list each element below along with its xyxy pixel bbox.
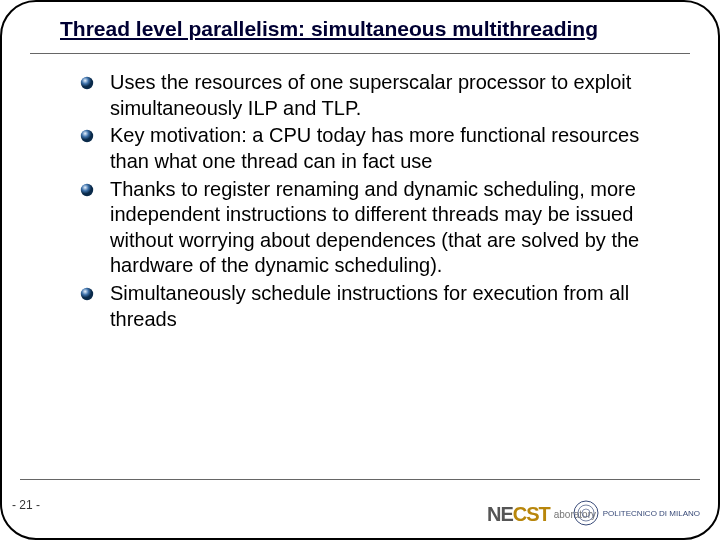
bullet-text: Thanks to register renaming and dynamic …: [110, 177, 666, 279]
svg-point-2: [81, 183, 93, 195]
polimi-label: POLITECNICO DI MILANO: [603, 509, 700, 518]
bullet-text: Key motivation: a CPU today has more fun…: [110, 123, 666, 174]
list-item: Uses the resources of one superscalar pr…: [80, 70, 666, 121]
svg-point-1: [81, 130, 93, 142]
bullet-text: Simultaneously schedule instructions for…: [110, 281, 666, 332]
svg-point-3: [81, 288, 93, 300]
necst-prefix: NE: [487, 503, 513, 525]
svg-point-6: [582, 509, 590, 517]
polimi-logo: POLITECNICO DI MILANO: [573, 500, 700, 526]
slide-title: Thread level parallelism: simultaneous m…: [60, 16, 660, 41]
bullet-text: Uses the resources of one superscalar pr…: [110, 70, 666, 121]
sphere-bullet-icon: [80, 287, 94, 301]
list-item: Thanks to register renaming and dynamic …: [80, 177, 666, 279]
svg-point-5: [578, 505, 594, 521]
list-item: Simultaneously schedule instructions for…: [80, 281, 666, 332]
polimi-seal-icon: [573, 500, 599, 526]
slide-frame: Thread level parallelism: simultaneous m…: [0, 0, 720, 540]
sphere-bullet-icon: [80, 129, 94, 143]
necst-suffix: CST: [513, 503, 550, 525]
svg-point-4: [574, 501, 598, 525]
list-item: Key motivation: a CPU today has more fun…: [80, 123, 666, 174]
content-area: Uses the resources of one superscalar pr…: [2, 54, 718, 332]
necst-text: NECST: [487, 503, 550, 526]
footer-divider: [20, 479, 700, 480]
sphere-bullet-icon: [80, 76, 94, 90]
svg-point-0: [81, 77, 93, 89]
sphere-bullet-icon: [80, 183, 94, 197]
page-number: - 21 -: [12, 498, 40, 512]
title-area: Thread level parallelism: simultaneous m…: [2, 2, 718, 47]
